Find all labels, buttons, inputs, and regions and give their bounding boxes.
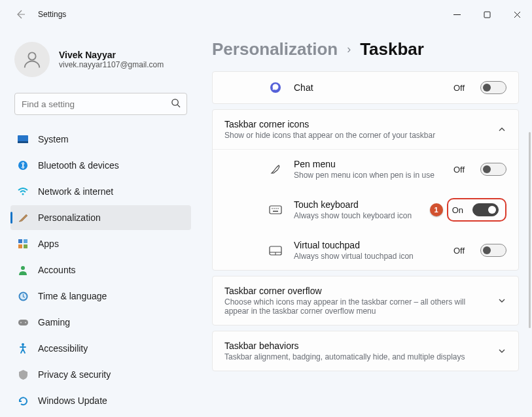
chat-state: Off [453,83,465,93]
paintbrush-icon [17,212,29,223]
sidebar-item-apps[interactable]: Apps [10,231,191,256]
svg-rect-4 [18,141,28,143]
sidebar-item-label: Network & internet [38,186,113,197]
sidebar-nav: System Bluetooth & devices Network & int… [10,127,191,413]
touch-toggle[interactable] [472,203,499,216]
sidebar-item-label: Accessibility [38,343,88,354]
chevron-up-icon [497,125,506,134]
pen-toggle[interactable] [480,163,506,176]
bluetooth-icon [17,160,29,171]
chat-icon [268,82,283,93]
svg-rect-8 [24,239,27,243]
behaviors-subtitle: Taskbar alignment, badging, automaticall… [224,352,497,361]
minimize-button[interactable] [442,1,472,27]
close-button[interactable] [502,1,532,27]
pen-icon [268,163,283,175]
chevron-down-icon [497,346,506,356]
pen-title: Pen menu [294,159,443,169]
sidebar-item-accessibility[interactable]: Accessibility [10,336,191,361]
svg-rect-24 [273,211,278,212]
maximize-button[interactable] [472,1,502,27]
maximize-icon [484,11,491,18]
callout-number: 1 [430,203,443,216]
vtouch-toggle[interactable] [480,244,506,257]
svg-rect-19 [270,206,281,214]
back-arrow-icon [15,9,26,20]
touch-title: Touch keyboard [294,199,436,210]
svg-point-2 [172,99,178,105]
close-icon [514,11,521,18]
window-title: Settings [38,10,66,19]
vtouch-title: Virtual touchpad [294,240,443,250]
person-icon [17,265,29,275]
sidebar-item-label: Bluetooth & devices [38,160,119,171]
pen-state: Off [453,165,465,175]
chevron-right-icon: › [347,42,351,56]
sidebar-item-label: Gaming [38,317,70,327]
sidebar: Vivek Nayyar vivek.nayyar1107@gmail.com … [0,29,196,417]
breadcrumb-current: Taskbar [360,39,424,59]
chat-label: Chat [294,82,443,93]
clock-icon [17,292,29,301]
sidebar-item-label: Personalization [38,212,101,223]
svg-point-22 [275,208,277,209]
main-content: Personalization › Taskbar Chat Off Taskb… [196,29,532,417]
svg-point-23 [277,208,279,209]
sidebar-item-privacy[interactable]: Privacy & security [10,362,191,387]
scrollbar[interactable] [529,132,531,328]
profile-name: Vivek Nayyar [59,50,164,60]
callout-highlight: 1 On [447,198,506,222]
avatar [14,42,50,77]
svg-point-11 [21,266,25,270]
sidebar-item-system[interactable]: System [10,127,191,152]
gamepad-icon [17,319,29,326]
sidebar-item-gaming[interactable]: Gaming [10,310,191,335]
back-button[interactable] [10,5,30,24]
search-icon [171,98,181,108]
sidebar-item-accounts[interactable]: Accounts [10,258,191,282]
sidebar-item-bluetooth[interactable]: Bluetooth & devices [10,153,191,178]
chat-toggle[interactable] [480,81,506,94]
profile-block[interactable]: Vivek Nayyar vivek.nayyar1107@gmail.com [10,37,191,89]
update-icon [17,396,29,406]
behaviors-section[interactable]: Taskbar behaviors Taskbar alignment, bad… [212,331,519,371]
breadcrumb-parent[interactable]: Personalization [212,39,338,59]
svg-rect-13 [18,320,28,325]
svg-rect-7 [18,239,22,243]
corner-icons-header[interactable]: Taskbar corner icons Show or hide icons … [213,110,518,149]
pen-sub: Show pen menu icon when pen is in use [294,171,443,180]
sidebar-item-label: Time & language [38,291,107,301]
apps-icon [17,239,29,248]
sidebar-item-network[interactable]: Network & internet [10,179,191,204]
svg-point-20 [272,208,273,209]
keyboard-icon [268,205,283,214]
sidebar-item-label: Accounts [38,265,76,275]
behaviors-title: Taskbar behaviors [224,341,497,351]
svg-point-15 [25,322,26,323]
corner-icons-section: Taskbar corner icons Show or hide icons … [212,109,519,271]
svg-rect-0 [484,12,490,18]
overflow-subtitle: Choose which icons may appear in the tas… [224,297,473,316]
sidebar-item-label: System [38,134,69,144]
shield-icon [17,370,29,380]
virtual-touchpad-row[interactable]: Virtual touchpad Always show virtual tou… [213,231,518,270]
accessibility-icon [17,343,29,354]
touch-keyboard-row[interactable]: Touch keyboard Always show touch keyboar… [213,189,518,231]
search-input[interactable] [14,93,187,115]
titlebar: Settings [0,0,532,29]
sidebar-item-label: Apps [38,239,59,249]
sidebar-item-personalization[interactable]: Personalization [10,205,191,230]
overflow-section[interactable]: Taskbar corner overflow Choose which ico… [212,276,519,325]
sidebar-item-time-language[interactable]: Time & language [10,284,191,309]
chat-row[interactable]: Chat Off [213,72,518,103]
svg-point-21 [274,208,275,209]
sidebar-item-windows-update[interactable]: Windows Update [10,388,191,413]
chevron-down-icon [497,296,506,305]
section-subtitle: Show or hide icons that appear on the co… [224,131,497,140]
system-icon [17,135,29,143]
vtouch-sub: Always show virtual touchpad icon [294,252,443,261]
svg-point-1 [28,52,35,59]
profile-email: vivek.nayyar1107@gmail.com [59,60,164,69]
touch-sub: Always show touch keyboard icon [294,211,436,220]
pen-menu-row[interactable]: Pen menu Show pen menu icon when pen is … [213,150,518,189]
